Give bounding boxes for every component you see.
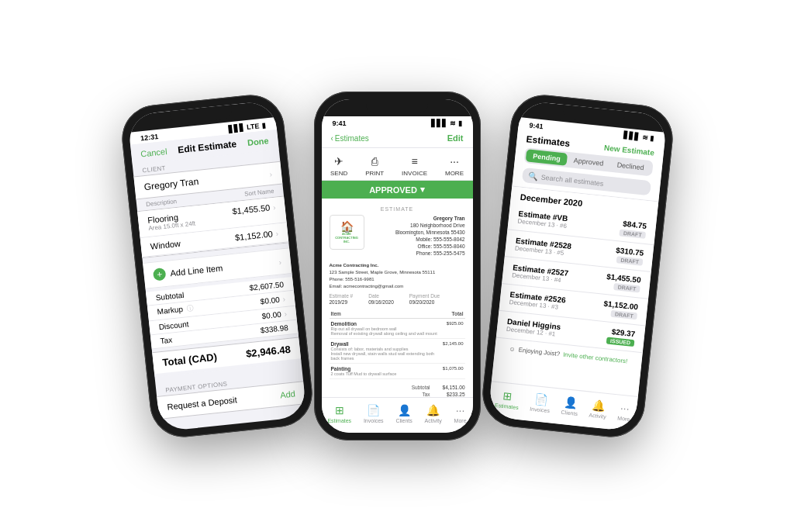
tab-invoices-center[interactable]: 📄 Invoices (364, 404, 384, 423)
signal-center: ▋▋▋ (431, 119, 447, 127)
battery-left: ▮ (261, 122, 265, 130)
print-icon: ⎙ (366, 154, 383, 168)
deposit-add-button[interactable]: Add (279, 389, 295, 399)
wifi-center-icon: ≋ (450, 119, 456, 127)
doc-type-label: ESTIMATE (330, 206, 465, 212)
doc-tax-value: $233.25 (438, 392, 465, 397)
estimate-amount-2526: $1,152.00 (603, 299, 638, 312)
estimate-amount-vb: $84.75 (622, 219, 647, 230)
back-button[interactable]: ‹ Estimates (331, 134, 369, 143)
doc-client-mobile: Mobile: 555-555-8042 (395, 236, 465, 243)
more-right-tab-icon: ··· (620, 402, 630, 415)
print-button[interactable]: ⎙ PRINT (365, 154, 384, 177)
invoice-button[interactable]: ≡ INVOICE (402, 154, 427, 177)
segment-approved[interactable]: Approved (567, 154, 609, 170)
estimates-list: December 2020 Estimate #VB December 13 ·… (491, 187, 658, 396)
new-estimate-button[interactable]: New Estimate (603, 143, 654, 157)
tab-estimates-center[interactable]: ⊞ Estimates (327, 404, 351, 423)
subtotal-label: Subtotal (155, 291, 185, 302)
client-info-block: Gregory Tran 180 Neighborhood DriveBloom… (395, 215, 465, 257)
date-label: Date (368, 293, 394, 299)
battery-center: ▮ (458, 119, 462, 127)
estimate-num-label: Estimate # (330, 293, 354, 299)
nav-title: Edit Estimate (177, 139, 236, 156)
tab-more-right[interactable]: ··· More (617, 402, 631, 423)
markup-label: Markup ⓘ (157, 304, 194, 318)
total-label: Total (CAD) (161, 351, 217, 368)
total-col-header: Total (441, 309, 465, 319)
payment-due-label: Payment Due (409, 293, 440, 299)
tab-activity-right[interactable]: 🔔 Activity (589, 399, 608, 420)
doc-item-demolition: Demolition Rip out all drywall on bedroo… (330, 318, 465, 338)
status-banner: APPROVED ▾ (322, 181, 473, 199)
company-info-block: Acme Contracting Inc. 123 Sample Street,… (330, 262, 465, 290)
doc-item-drywall: Drywall Consists of: labor, materials an… (330, 338, 465, 363)
discount-label: Discount (158, 320, 189, 331)
estimate-badge-2526: DRAFT (610, 310, 637, 320)
estimate-document: ESTIMATE 🏠 ACMECONTRACTINGINC. Gregory T… (322, 199, 473, 397)
tab-clients-right[interactable]: 👤 Clients (561, 396, 579, 416)
done-button[interactable]: Done (247, 136, 269, 147)
doc-client-fax: Phone: 555-255-5475 (395, 250, 465, 257)
scene: 12:31 ▋▋▋ LTE ▮ Cancel Edit Estimate Don… (0, 0, 794, 532)
subtotal-value: $2,607.50 (249, 280, 284, 292)
more-icon: ··· (446, 154, 463, 168)
chevron-discount-icon: › (284, 309, 287, 318)
invite-link[interactable]: Invite other contractors! (562, 351, 627, 365)
more-button[interactable]: ··· MORE (445, 154, 464, 177)
sort-name-header: Sort Name (243, 188, 274, 198)
payment-due-value: 09/20/2020 (409, 299, 440, 305)
add-line-label: Add Line Item (170, 257, 274, 278)
tax-label: Tax (160, 336, 173, 346)
signal-right: ▋▋▋ (623, 131, 640, 140)
company-phone: Phone: 555-516-9981 (330, 276, 465, 283)
invite-text: Enjoying Joist? (518, 347, 560, 358)
doc-meta: Estimate # 2019/29 Date 09/16/2020 Payme… (330, 293, 465, 305)
tab-invoices-right[interactable]: 📄 Invoices (529, 392, 551, 414)
chevron-window-icon: › (275, 229, 278, 237)
doc-subtotal-value: $4,151.00 (438, 385, 465, 390)
doc-client-address: 180 Neighborhood DriveBloomington, Minne… (395, 222, 465, 236)
send-button[interactable]: ✈ SEND (330, 154, 347, 177)
item-drywall-price: $2,145.00 (441, 338, 465, 363)
segment-declined[interactable]: Declined (609, 158, 651, 174)
chevron-down-icon: ▾ (420, 185, 425, 195)
chevron-flooring-icon: › (272, 202, 275, 211)
discount-value: $0.00 (261, 310, 281, 321)
doc-tax-label: Tax (422, 392, 430, 397)
segment-pending[interactable]: Pending (525, 149, 568, 165)
estimate-amount-2527: $1,455.50 (606, 272, 640, 285)
markup-value: $0.00 (260, 295, 280, 306)
estimate-badge-2527: DRAFT (613, 283, 640, 292)
send-icon: ✈ (330, 154, 347, 168)
cancel-button[interactable]: Cancel (140, 147, 167, 159)
date-value: 09/16/2020 (368, 299, 394, 305)
invoices-right-tab-icon: 📄 (533, 392, 548, 406)
tab-activity-center[interactable]: 🔔 Activity (425, 404, 442, 423)
tab-clients-center[interactable]: 👤 Clients (395, 404, 412, 423)
tax-value: $338.98 (260, 323, 288, 335)
tab-estimates-right[interactable]: ⊞ Estimates (494, 389, 520, 410)
estimates-title: Estimates (526, 133, 571, 149)
edit-button[interactable]: Edit (447, 133, 464, 143)
action-bar: ✈ SEND ⎙ PRINT ≡ INVOICE ··· MORE (322, 148, 473, 181)
estimate-badge-vb: DRAFT (619, 229, 645, 238)
wifi-right-icon: ≋ (641, 133, 648, 142)
total-value: $2,946.48 (245, 344, 291, 360)
phone-center: 9:41 ▋▋▋ ≋ ▮ ‹ Estimates Edit ✈ SEND ⎙ P (314, 92, 481, 440)
smiley-icon: ☺ (509, 345, 516, 353)
item-painting-desc: 2 coats Tuff Mud to drywall surface (331, 371, 440, 376)
tab-more-center[interactable]: ··· More (454, 404, 467, 423)
item-price-window: $1,152.00 (234, 229, 273, 242)
item-painting-price: $1,075.00 (441, 363, 465, 378)
company-name: Acme Contracting Inc. (330, 262, 465, 269)
doc-client-office: Office: 555-555-8040 (395, 243, 465, 250)
chevron-add-icon: › (278, 257, 281, 266)
estimate-num: 2019/29 (330, 299, 354, 305)
battery-right: ▮ (650, 134, 654, 142)
activity-tab-icon: 🔔 (426, 404, 440, 416)
clients-tab-icon: 👤 (398, 404, 411, 416)
center-nav: ‹ Estimates Edit (322, 129, 473, 148)
doc-client-name: Gregory Tran (395, 215, 465, 222)
estimate-badge-2528: DRAFT (616, 256, 642, 265)
